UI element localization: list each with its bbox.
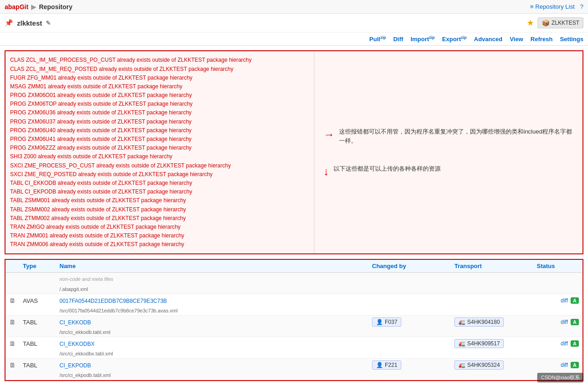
file-name-link[interactable]: CI_EKKODB [59,319,91,326]
col-icon [7,263,21,269]
file-icon: 🗎 [9,361,16,369]
diff-link[interactable]: diff [561,319,568,325]
package-button[interactable]: 📦 ZLKKTEST [538,17,583,28]
repo-list-link[interactable]: ≡ Repository List [530,3,575,10]
arrow-right-icon-1: → [324,128,334,141]
transport-badge: 🚛S4HK909517 [454,339,504,348]
diff-button[interactable]: Diff [393,36,403,43]
warning-item: TABL ZSMM002 already exists outside of Z… [10,205,309,214]
warning-item: CLAS ZCL_IM_ME_PROCESS_PO_CUST already e… [10,56,309,64]
type-cell: TABL [21,340,58,347]
import-button[interactable]: Importzip [410,35,435,43]
meta-file-row: /.abapgit.xml [5,285,583,294]
note-text-2: 以下这些都是可以上传的各种各样的资源 [334,164,441,174]
warning-item: FUGR ZFG_MM01 already exists outside of … [10,74,309,82]
diff-link[interactable]: diff [561,340,568,347]
brand-logo: abapGit [5,3,28,11]
row-sub: /src/0017fa0544d21eddb7c9b8ce79e3c73b.av… [5,307,583,315]
transport-badge: 🚛S4HK905324 [454,360,504,370]
settings-button[interactable]: Settings [560,36,583,43]
warning-item: SXCI ZME_PROCESS_PO_CUST already exists … [10,161,309,170]
diff-link[interactable]: diff [561,362,568,368]
refresh-button[interactable]: Refresh [530,36,552,43]
user-icon: 👤 [376,362,383,368]
row-actions: diff A [537,362,579,368]
row-main: 🗎TABLCI_EKKODBX🚛S4HK909517 diff A [5,337,583,350]
non-code-label-row: non-code and meta files [5,273,583,285]
arrow-right-icon-2: ↓ [324,165,329,178]
top-bar: abapGit ▶ Repository ≡ Repository List ? [0,0,588,14]
file-table: Type Name Changed by Transport Status no… [5,259,583,381]
row-main: 🗎TABLCI_EKPODB👤F221🚛S4HK905324 diff A [5,359,583,371]
repo-bar: 📌 zlkktest ✎ ★ 📦 ZLKKTEST [0,14,588,32]
note-block-2: ↓ 以下这些都是可以上传的各种各样的资源 [324,164,573,178]
help-link[interactable]: ? [580,3,583,10]
note-text-1: 这些报错都可以不用管，因为程序名重复冲突了，因为哪些增强的类和inclued程序… [339,127,573,146]
status-cell: diff A [535,297,581,304]
warning-notes: → 这些报错都可以不用管，因为程序名重复冲突了，因为哪些增强的类和inclued… [314,51,583,253]
warning-item: CLAS ZCL_IM_ME_REQ_POSTED already exists… [10,65,309,74]
file-path: /src/0017fa0544d21eddb7c9b8ce79e3c73b.av… [58,308,370,313]
warning-item: TABL ZSMM001 already exists outside of Z… [10,196,309,205]
changed-by-badge: 👤F221 [372,360,401,370]
warning-item: PROG ZXM06U41 already exists outside of … [10,135,309,144]
warning-item: PROG ZXM06O01 already exists outside of … [10,91,309,100]
view-button[interactable]: View [510,36,523,43]
table-row: 🗎TABLCI_EKPODB👤F221🚛S4HK905324 diff A /s… [5,359,583,380]
table-header: Type Name Changed by Transport Status [5,260,583,273]
status-badge: A [571,319,579,325]
row-actions: diff A [537,297,579,304]
repo-title-area: 📌 zlkktest ✎ [5,19,51,27]
star-icon[interactable]: ★ [527,18,534,28]
transport-badge: 🚛S4HK904180 [454,317,504,327]
warning-item: TRAN ZMM001 already exists outside of ZL… [10,231,309,240]
file-name-link[interactable]: CI_EKPODB [59,362,91,369]
advanced-button[interactable]: Advanced [474,36,502,43]
non-code-label: non-code and meta files [58,276,370,282]
non-code-section: non-code and meta files /.abapgit.xml [5,273,583,294]
table-row: 🗎TABLCI_EKKODBX🚛S4HK909517 diff A /src/c… [5,337,583,359]
status-cell: diff A [535,362,581,368]
warning-item: SXCI ZME_REQ_POSTED already exists outsi… [10,170,309,179]
brand-area: abapGit ▶ Repository [5,3,72,11]
row-sub: /src/ci_ekkodb.tabl.xml [5,328,583,337]
package-icon: 📦 [542,19,550,27]
warning-item: PROG ZXM06U36 already exists outside of … [10,108,309,117]
changed-by-cell: 👤F221 [370,360,453,370]
warning-item: TRAN ZMIGO already exists outside of ZLK… [10,223,309,231]
file-icon: 🗎 [9,318,16,326]
note-block-1: → 这些报错都可以不用管，因为程序名重复冲突了，因为哪些增强的类和inclued… [324,127,573,146]
transport-cell: 🚛S4HK905324 [453,360,535,370]
pull-button[interactable]: Pullzip [369,35,386,43]
export-button[interactable]: Exportzip [442,35,467,43]
top-bar-right: ≡ Repository List ? [530,3,583,10]
edit-icon[interactable]: ✎ [46,20,51,27]
file-icon-cell: 🗎 [7,318,21,326]
meta-file-path: /.abapgit.xml [58,286,370,292]
warning-item: SHI3 Z000 already exists outside of ZLKK… [10,152,309,161]
file-name-link[interactable]: 0017FA0544D21EDDB7C9B8CE79E3C73B [59,298,167,304]
diff-link[interactable]: diff [561,297,568,304]
table-row: 🗎AVAS0017FA0544D21EDDB7C9B8CE79E3C73B di… [5,294,583,316]
status-badge: A [571,340,579,347]
file-path: /src/ci_ekpodb.tabl.xml [58,372,370,378]
action-bar: Pullzip Diff Importzip Exportzip Advance… [0,32,588,46]
col-status: Status [535,263,581,269]
status-cell: diff A [535,319,581,325]
col-type: Type [21,263,58,269]
table-row: 🗎TABLCI_EKKODB👤F037🚛S4HK904180 diff A /s… [5,316,583,337]
status-badge: A [571,297,579,304]
warning-item: MSAG ZMM01 already exists outside of ZLK… [10,82,309,91]
type-cell: TABL [21,362,58,369]
breadcrumb-section: Repository [39,3,72,11]
truck-icon: 🚛 [459,362,465,368]
warning-item: TABL CI_EKPODB already exists outside of… [10,188,309,196]
table-body: 🗎AVAS0017FA0544D21EDDB7C9B8CE79E3C73B di… [5,294,583,380]
type-cell: TABL [21,319,58,326]
file-path: /src/ci_ekkodbx.tabl.xml [58,351,370,356]
breadcrumb-separator: ▶ [31,3,36,11]
warning-item: PROG ZXM06ZZZ already exists outside of … [10,144,309,152]
file-name-link[interactable]: CI_EKKODBX [59,341,95,347]
row-actions: diff A [537,340,579,347]
warning-section: CLAS ZCL_IM_ME_PROCESS_PO_CUST already e… [5,50,583,254]
